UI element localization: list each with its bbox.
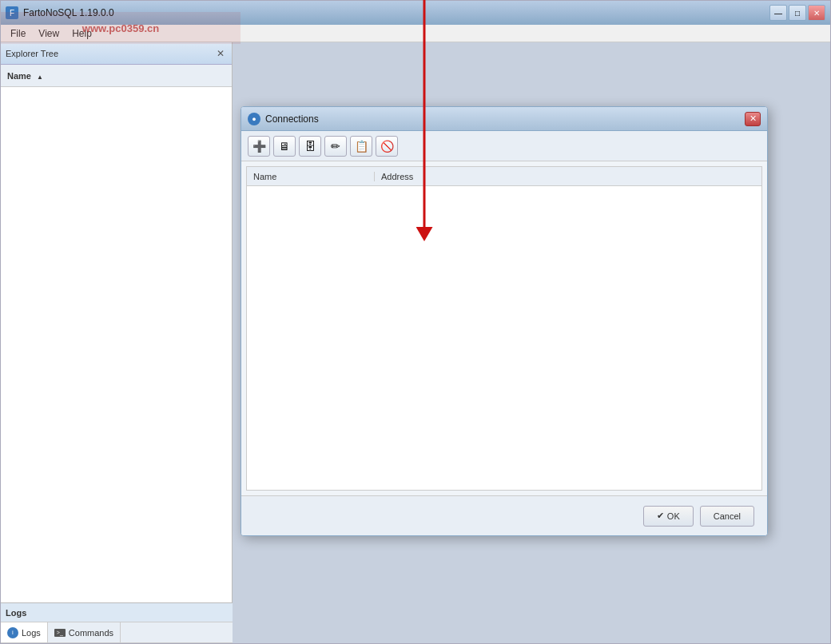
logs-title-bar: Logs [1, 603, 233, 622]
cancel-button[interactable]: Cancel [700, 506, 754, 527]
logs-title-text: Logs [6, 608, 26, 618]
explorer-title-text: Explorer Tree [6, 49, 58, 58]
title-bar-controls: — □ ✕ [769, 5, 825, 21]
dialog-footer: ✔ OK Cancel [241, 495, 767, 535]
explorer-title-left: Explorer Tree [6, 49, 58, 58]
clone-icon: 📋 [355, 140, 368, 153]
logs-tab-label: Logs [22, 628, 41, 638]
edit-icon: ✏ [331, 140, 340, 153]
cancel-label: Cancel [714, 511, 741, 521]
content-area: Explorer Tree ✕ Name ▲ 🔍 Lo [1, 42, 830, 643]
menu-view[interactable]: View [32, 26, 66, 41]
ok-button[interactable]: ✔ OK [643, 506, 694, 527]
commands-tab-icon: >_ [54, 629, 66, 637]
app-icon: F [6, 6, 18, 19]
tree-header: Name ▲ [1, 65, 232, 87]
tab-logs[interactable]: i Logs [1, 622, 48, 642]
dialog-content: Name Address [246, 166, 762, 491]
dialog-close-button[interactable]: ✕ [745, 112, 761, 126]
title-bar: F FartoNoSQL 1.19.0.0 — □ ✕ [1, 1, 830, 25]
ok-icon: ✔ [657, 511, 664, 521]
logs-panel: Logs i Logs >_ Commands [1, 602, 233, 643]
delete-icon: 🚫 [380, 140, 394, 153]
address-column-header: Address [375, 172, 419, 181]
tab-commands[interactable]: >_ Commands [48, 622, 121, 642]
menu-help[interactable]: Help [66, 26, 98, 41]
sort-indicator: ▲ [37, 74, 43, 81]
maximize-button[interactable]: □ [789, 5, 806, 21]
tree-area[interactable] [1, 87, 232, 618]
clone-button[interactable]: 📋 [350, 136, 372, 157]
main-window: F FartoNoSQL 1.19.0.0 — □ ✕ File View He… [0, 0, 831, 644]
commands-tab-label: Commands [69, 628, 113, 638]
name-column-header: Name [247, 172, 375, 181]
tree-name-column: Name ▲ [7, 71, 43, 81]
logs-tabs: i Logs >_ Commands [1, 622, 233, 643]
minimize-button[interactable]: — [769, 5, 787, 21]
modal-overlay: ● Connections ✕ ➕ 🖥 [233, 42, 830, 643]
connections-list-header: Name Address [247, 167, 761, 186]
close-button[interactable]: ✕ [808, 5, 825, 21]
dialog-title-icon: ● [248, 113, 260, 125]
dialog-title-bar: ● Connections ✕ [241, 107, 767, 131]
dialog-toolbar: ➕ 🖥 🗄 ✏ 📋 [241, 131, 767, 161]
delete-button[interactable]: 🚫 [376, 136, 398, 157]
ok-label: OK [667, 511, 680, 521]
left-panel: Explorer Tree ✕ Name ▲ 🔍 Lo [1, 42, 233, 643]
dialog-title-text: Connections [265, 113, 319, 125]
add-connection-button[interactable]: ➕ [248, 136, 270, 157]
connect-icon: 🖥 [279, 140, 290, 153]
edit-button[interactable]: ✏ [324, 136, 347, 157]
dialog-title-left: ● Connections [248, 113, 319, 125]
connect-button[interactable]: 🖥 [273, 136, 296, 157]
app-title: FartoNoSQL 1.19.0.0 [23, 7, 114, 18]
add-icon: ➕ [252, 140, 266, 153]
menu-bar: File View Help [1, 25, 830, 42]
explorer-title-bar: Explorer Tree ✕ [1, 42, 232, 65]
server-icon: 🗄 [304, 140, 316, 153]
connections-dialog: ● Connections ✕ ➕ 🖥 [241, 106, 768, 536]
title-bar-left: F FartoNoSQL 1.19.0.0 [6, 6, 114, 19]
explorer-close-button[interactable]: ✕ [214, 47, 227, 60]
logs-tab-icon: i [7, 627, 18, 638]
right-panel: ● Connections ✕ ➕ 🖥 [233, 42, 830, 643]
server-button[interactable]: 🗄 [299, 136, 321, 157]
menu-file[interactable]: File [4, 26, 32, 41]
connections-list-body[interactable] [247, 186, 761, 490]
